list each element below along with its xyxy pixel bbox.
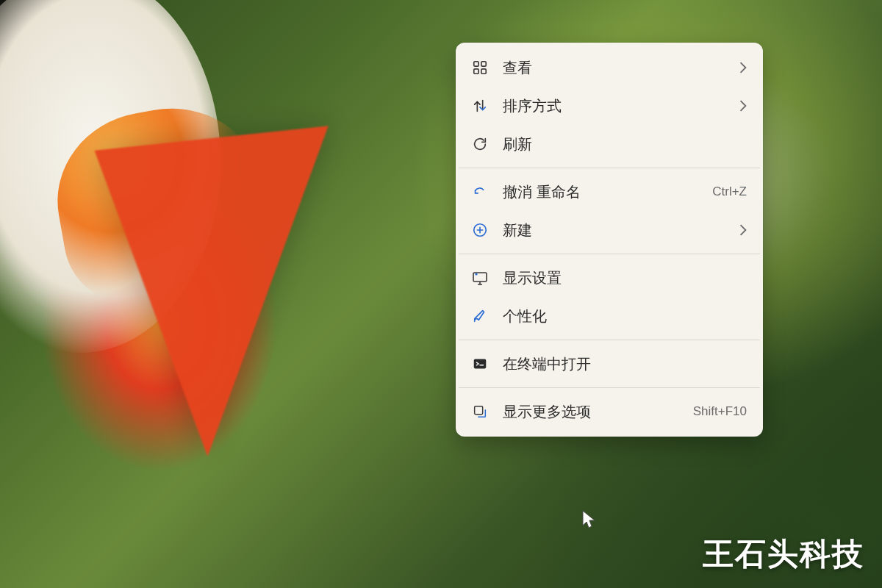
menu-item-new[interactable]: 新建 [456,211,763,249]
menu-item-open-in-terminal[interactable]: 在终端中打开 [456,345,763,383]
chevron-right-icon [739,62,747,74]
menu-separator [459,254,760,254]
menu-separator [459,340,760,340]
grid-icon [470,58,490,77]
svg-rect-7 [474,359,487,369]
paintbrush-icon [470,306,490,326]
chevron-right-icon [739,100,747,112]
menu-item-show-more-options[interactable]: 显示更多选项 Shift+F10 [456,392,763,431]
menu-item-label: 显示更多选项 [503,402,680,422]
menu-item-undo-rename[interactable]: 撤消 重命名 Ctrl+Z [456,173,763,211]
sort-arrows-icon [470,96,490,115]
svg-point-6 [475,273,477,275]
menu-item-label: 显示设置 [503,268,734,288]
svg-rect-0 [474,62,478,66]
mouse-cursor-icon [582,510,597,531]
menu-item-label: 新建 [503,220,726,240]
terminal-icon [470,354,490,373]
desktop-context-menu: 查看 排序方式 刷新 [456,43,763,437]
menu-item-label: 个性化 [503,306,734,326]
menu-item-personalize[interactable]: 个性化 [456,297,763,335]
svg-rect-3 [481,69,486,74]
svg-rect-2 [474,69,478,74]
menu-item-label: 排序方式 [503,96,726,116]
chevron-right-icon [739,224,747,236]
svg-rect-1 [481,62,486,66]
plus-circle-icon [470,220,490,240]
more-options-icon [470,402,490,421]
refresh-icon [470,135,490,154]
menu-item-label: 查看 [503,58,726,78]
menu-item-shortcut: Ctrl+Z [712,184,747,199]
menu-item-view[interactable]: 查看 [456,49,763,87]
wallpaper-puffin-beak [83,126,328,469]
menu-item-label: 在终端中打开 [503,354,734,374]
menu-item-display-settings[interactable]: 显示设置 [456,259,763,297]
menu-item-shortcut: Shift+F10 [693,404,747,419]
menu-item-refresh[interactable]: 刷新 [456,125,763,163]
menu-item-sort[interactable]: 排序方式 [456,87,763,125]
display-settings-icon [470,268,490,287]
menu-item-label: 刷新 [503,135,734,154]
menu-separator [459,168,760,168]
watermark-text: 王石头科技 [703,534,864,575]
desktop-wallpaper[interactable]: 查看 排序方式 刷新 [0,0,882,588]
menu-item-label: 撤消 重命名 [503,182,699,202]
undo-icon [470,182,490,201]
svg-rect-8 [475,406,483,415]
menu-separator [459,387,760,388]
